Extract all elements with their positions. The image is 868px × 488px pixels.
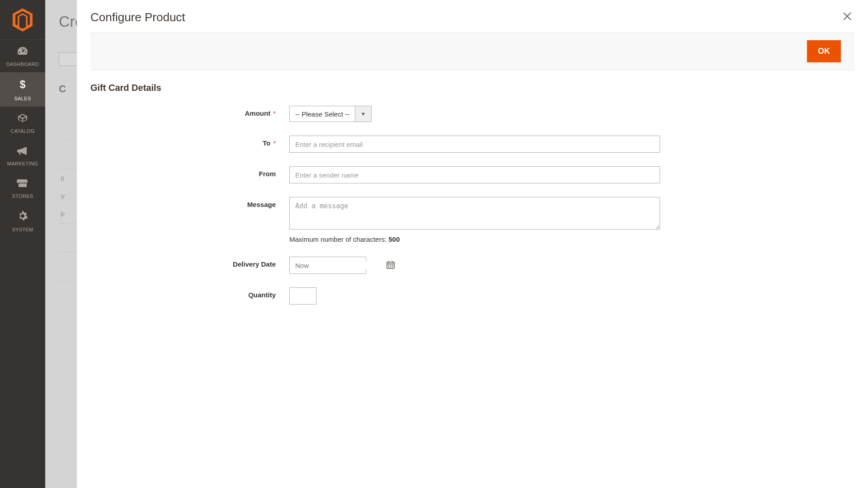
svg-rect-6 xyxy=(390,265,391,266)
svg-rect-5 xyxy=(388,265,389,266)
nav-system[interactable]: System xyxy=(0,204,45,238)
magento-logo-icon xyxy=(13,8,33,32)
quantity-input[interactable] xyxy=(289,287,316,305)
close-icon xyxy=(842,10,852,24)
label-amount: Amount* xyxy=(90,106,289,117)
system-icon xyxy=(0,211,45,224)
form-area: Gift Card Details Amount* -- Please Sele… xyxy=(77,70,868,331)
delivery-date-input-wrap xyxy=(289,257,366,274)
label-to: To* xyxy=(90,136,289,147)
message-textarea[interactable] xyxy=(289,197,660,230)
close-button[interactable] xyxy=(840,10,854,24)
stores-icon xyxy=(0,178,45,191)
calendar-icon xyxy=(387,261,395,270)
chevron-down-icon: ▼ xyxy=(355,106,371,122)
label-delivery-date: Delivery Date xyxy=(90,257,289,268)
required-marker: * xyxy=(273,109,276,117)
to-input[interactable] xyxy=(289,136,660,153)
section-title: Gift Card Details xyxy=(90,83,854,93)
message-help-text: Maximum number of characters: 500 xyxy=(289,235,660,243)
marketing-icon xyxy=(0,145,45,158)
action-bar: OK xyxy=(90,33,854,70)
catalog-icon xyxy=(0,113,45,126)
nav-marketing[interactable]: Marketing xyxy=(0,139,45,172)
svg-rect-8 xyxy=(388,266,389,267)
sales-icon: $ xyxy=(0,79,45,93)
svg-rect-10 xyxy=(392,266,393,267)
logo[interactable] xyxy=(0,0,45,40)
field-to: To* xyxy=(90,136,854,153)
ok-button[interactable]: OK xyxy=(807,40,841,62)
field-quantity: Quantity xyxy=(90,287,854,305)
admin-sidebar: Dashboard $ Sales Catalog Marketing Stor… xyxy=(0,0,45,488)
required-marker: * xyxy=(273,139,276,147)
label-from: From xyxy=(90,166,289,178)
svg-rect-9 xyxy=(390,266,391,267)
nav-label: Sales xyxy=(0,96,45,101)
label-message: Message xyxy=(90,197,289,208)
nav-label: Marketing xyxy=(0,161,45,166)
calendar-button[interactable] xyxy=(387,257,395,273)
field-from: From xyxy=(90,166,854,183)
nav-catalog[interactable]: Catalog xyxy=(0,107,45,139)
modal-header: Configure Product xyxy=(77,0,868,33)
amount-selected-value: -- Please Select -- xyxy=(290,106,355,122)
field-message: Message Maximum number of characters: 50… xyxy=(90,197,854,243)
nav-label: Dashboard xyxy=(0,61,45,67)
nav-dashboard[interactable]: Dashboard xyxy=(0,40,45,72)
svg-text:$: $ xyxy=(19,79,25,90)
configure-product-modal: Configure Product OK Gift Card Details A… xyxy=(77,0,868,488)
field-amount: Amount* -- Please Select -- ▼ xyxy=(90,106,854,122)
field-delivery-date: Delivery Date xyxy=(90,257,854,274)
label-quantity: Quantity xyxy=(90,287,289,299)
nav-sales[interactable]: $ Sales xyxy=(0,72,45,107)
modal-title: Configure Product xyxy=(90,10,185,24)
nav-stores[interactable]: Stores xyxy=(0,172,45,204)
from-input[interactable] xyxy=(289,166,660,183)
nav-label: Stores xyxy=(0,193,45,199)
svg-rect-7 xyxy=(392,265,393,266)
dashboard-icon xyxy=(0,46,45,59)
delivery-date-input[interactable] xyxy=(290,262,387,269)
nav-label: Catalog xyxy=(0,128,45,134)
nav-label: System xyxy=(0,227,45,232)
amount-select[interactable]: -- Please Select -- ▼ xyxy=(289,106,372,122)
